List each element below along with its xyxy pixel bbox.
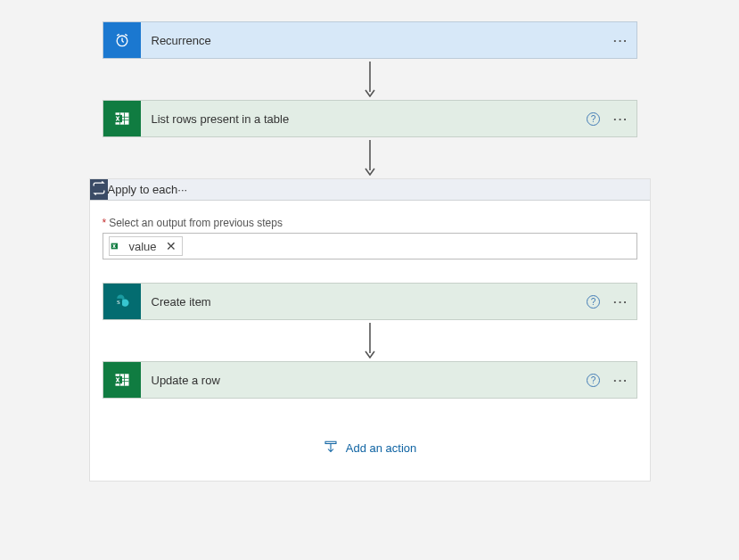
excel-icon (103, 101, 141, 136)
more-menu[interactable]: ··· (606, 374, 636, 387)
step-list-rows[interactable]: List rows present in a table ? ··· (103, 100, 637, 137)
step-title: Create item (141, 295, 581, 309)
add-action-label: Add an action (346, 441, 417, 455)
more-menu[interactable]: ··· (177, 183, 187, 196)
add-action-icon (323, 440, 339, 456)
remove-token-icon[interactable]: ✕ (166, 239, 177, 253)
step-apply-to-each: Apply to each ··· *Select an output from… (89, 178, 651, 482)
help-icon[interactable]: ? (581, 373, 606, 387)
flow-arrow (364, 137, 376, 178)
more-menu[interactable]: ··· (606, 112, 636, 126)
more-menu[interactable]: ··· (606, 34, 636, 47)
field-label: *Select an output from previous steps (103, 217, 637, 229)
add-action-button[interactable]: Add an action (323, 440, 417, 456)
step-update-row[interactable]: Update a row ? ··· (103, 361, 637, 399)
svg-point-6 (121, 300, 128, 307)
clock-icon (103, 22, 141, 58)
container-header[interactable]: Apply to each ··· (90, 179, 650, 201)
step-title: Recurrence (141, 34, 606, 47)
flow-arrow (364, 320, 376, 361)
loop-icon (90, 179, 108, 200)
output-selector[interactable]: value ✕ (103, 233, 637, 259)
sharepoint-icon: S (103, 284, 141, 319)
help-icon[interactable]: ? (581, 294, 606, 309)
step-create-item[interactable]: S Create item ? ··· (103, 283, 637, 320)
token-value[interactable]: value ✕ (109, 236, 183, 256)
token-label: value (129, 240, 157, 253)
excel-icon (103, 362, 141, 398)
step-title: Update a row (141, 374, 581, 387)
step-title: List rows present in a table (141, 112, 581, 126)
more-menu[interactable]: ··· (606, 295, 636, 309)
help-icon[interactable]: ? (581, 111, 606, 126)
svg-text:S: S (116, 299, 119, 305)
excel-icon (110, 238, 126, 254)
step-title: Apply to each (108, 183, 178, 196)
step-recurrence[interactable]: Recurrence ··· (103, 21, 637, 59)
svg-rect-11 (325, 441, 336, 443)
flow-arrow (364, 59, 376, 100)
